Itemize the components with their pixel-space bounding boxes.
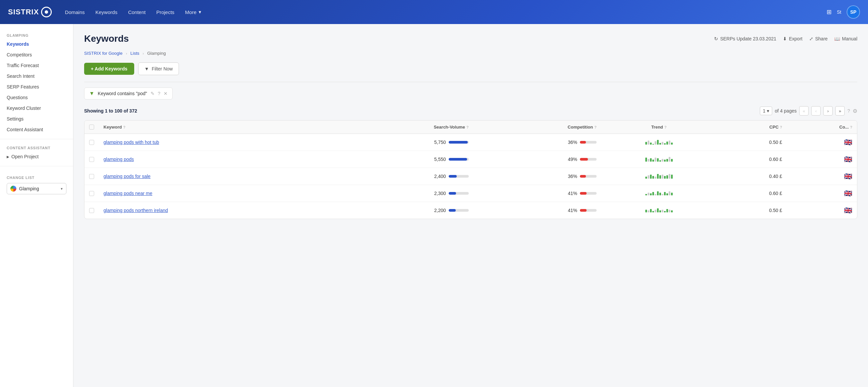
of-pages-text: of 4 pages xyxy=(775,108,797,114)
sidebar-item-keywords[interactable]: Keywords xyxy=(0,39,73,50)
filter-close-icon[interactable]: ✕ xyxy=(163,91,167,96)
nav-keywords[interactable]: Keywords xyxy=(95,9,118,15)
competition-bar-bg xyxy=(580,209,597,212)
keyword-link[interactable]: glamping pods northern ireland xyxy=(103,208,168,213)
pagination-first-button[interactable]: « xyxy=(799,106,809,116)
table-header: Keyword ? Search-Volume ? xyxy=(85,121,857,134)
main-content: Keywords ↻ SERPs Update 23.03.2021 ⬇ Exp… xyxy=(73,24,868,387)
keyword-link[interactable]: glamping pods near me xyxy=(103,191,152,196)
breadcrumb-lists[interactable]: Lists xyxy=(130,51,140,56)
serps-update-button[interactable]: ↻ SERPs Update 23.03.2021 xyxy=(714,36,776,41)
add-keywords-button[interactable]: + Add Keywords xyxy=(84,63,134,75)
sidebar-item-competitors[interactable]: Competitors xyxy=(0,50,73,60)
filter-edit-icon[interactable]: ✎ xyxy=(151,91,155,96)
logo: SISTRIX xyxy=(8,7,52,18)
export-label: Export xyxy=(789,36,802,41)
trend-bar xyxy=(650,194,652,195)
filter-tag: ▼ Keyword contains "pod" ✎ ? ✕ xyxy=(84,88,173,99)
export-button[interactable]: ⬇ Export xyxy=(783,36,802,41)
trend-bar xyxy=(664,211,666,212)
sidebar-open-project[interactable]: ▶ Open Project xyxy=(0,151,73,162)
breadcrumb: SISTRIX for Google › Lists › Glamping xyxy=(84,51,857,56)
pagination: 1 ▾ of 4 pages « ‹ › » ? ⚙ xyxy=(760,106,857,116)
pagination-prev-button[interactable]: ‹ xyxy=(811,106,820,116)
trend-bar xyxy=(666,159,668,161)
trend-help-icon[interactable]: ? xyxy=(664,125,667,129)
trend-bar xyxy=(671,193,673,195)
volume-bar-bg xyxy=(449,141,469,144)
pagination-next-button[interactable]: › xyxy=(823,106,833,116)
keyword-cell: glamping pods northern ireland xyxy=(99,202,331,219)
sidebar-item-traffic-forecast[interactable]: Traffic Forecast xyxy=(0,60,73,71)
col-keyword-label: Keyword xyxy=(103,124,122,129)
keyword-link[interactable]: glamping pods xyxy=(103,157,134,162)
chevron-down-icon: ▾ xyxy=(767,108,769,114)
country-flag: 🇬🇧 xyxy=(844,155,852,163)
volume-bar xyxy=(449,192,456,195)
filter-funnel-icon: ▼ xyxy=(89,90,94,96)
sidebar-item-search-intent[interactable]: Search Intent xyxy=(0,71,73,82)
sidebar-item-settings[interactable]: Settings xyxy=(0,114,73,124)
col-country-header: Co... ? xyxy=(787,121,857,134)
table-settings-icon[interactable]: ⚙ xyxy=(852,108,857,114)
keyword-link[interactable]: glamping pods with hot tub xyxy=(103,140,159,145)
sidebar-item-questions[interactable]: Questions xyxy=(0,92,73,103)
trend-bar xyxy=(671,175,673,179)
nav-more[interactable]: More ▾ xyxy=(185,9,201,15)
nav-domains[interactable]: Domains xyxy=(65,9,85,15)
trend-bar xyxy=(650,158,652,161)
manual-button[interactable]: 📖 Manual xyxy=(834,36,857,41)
cpc-cell: 0.50 £ xyxy=(716,134,786,151)
sidebar-divider xyxy=(0,139,73,139)
trend-bar xyxy=(666,142,668,145)
row-checkbox[interactable] xyxy=(89,208,94,213)
breadcrumb-glamping: Glamping xyxy=(147,51,166,56)
volume-bar-bg xyxy=(449,158,469,160)
volume-help-icon[interactable]: ? xyxy=(466,125,469,129)
filter-now-button[interactable]: ▼ Filter Now xyxy=(138,62,179,75)
row-checkbox[interactable] xyxy=(89,174,94,179)
sidebar-section-glamping: GLAMPING xyxy=(0,31,73,39)
trend-bars xyxy=(606,191,712,195)
keyword-cell: glamping pods xyxy=(99,151,331,168)
competition-help-icon[interactable]: ? xyxy=(594,125,597,129)
pagination-help-icon[interactable]: ? xyxy=(847,108,850,114)
trend-bar xyxy=(652,159,654,161)
volume-bar-bg xyxy=(449,209,469,212)
avatar[interactable]: SP xyxy=(847,5,860,19)
change-list-select[interactable]: Glamping ▾ xyxy=(7,183,66,194)
nav-content[interactable]: Content xyxy=(128,9,146,15)
sidebar-item-content-assistant[interactable]: Content Assistant xyxy=(0,124,73,135)
breadcrumb-sistrix[interactable]: SISTRIX for Google xyxy=(84,51,123,56)
trend-bar xyxy=(645,194,647,195)
keyword-link[interactable]: glamping pods for sale xyxy=(103,174,151,179)
sidebar-item-keyword-cluster[interactable]: Keyword Cluster xyxy=(0,103,73,114)
select-all-checkbox[interactable] xyxy=(89,124,94,129)
page-select[interactable]: 1 ▾ xyxy=(760,107,772,115)
trend-bar xyxy=(669,141,670,145)
cpc-cell: 0.40 £ xyxy=(716,168,786,185)
serps-update-label: SERPs Update 23.03.2021 xyxy=(720,36,776,41)
row-checkbox[interactable] xyxy=(89,157,94,162)
filter-help-icon[interactable]: ? xyxy=(158,91,161,96)
country-cell: 🇬🇧 xyxy=(787,202,857,219)
trend-bar xyxy=(657,208,659,212)
country-cell: 🇬🇧 xyxy=(787,185,857,202)
volume-bar-bg xyxy=(449,192,469,195)
pagination-last-button[interactable]: » xyxy=(835,106,845,116)
cpc-help-icon[interactable]: ? xyxy=(780,125,782,129)
country-help-icon[interactable]: ? xyxy=(850,125,852,129)
sidebar-item-serp-features[interactable]: SERP Features xyxy=(0,82,73,92)
volume-bar xyxy=(449,209,456,212)
share-button[interactable]: ⤢ Share xyxy=(809,36,828,41)
trend-bars xyxy=(606,140,712,145)
triangle-icon: ▶ xyxy=(7,155,9,158)
row-checkbox[interactable] xyxy=(89,140,94,145)
change-list-value: Glamping xyxy=(19,186,58,191)
row-checkbox[interactable] xyxy=(89,191,94,196)
keyword-help-icon[interactable]: ? xyxy=(123,125,126,129)
grid-icon[interactable]: ⊞ xyxy=(827,8,832,16)
trend-bar xyxy=(664,159,666,161)
nav-projects[interactable]: Projects xyxy=(156,9,174,15)
st-label: St xyxy=(837,9,841,15)
